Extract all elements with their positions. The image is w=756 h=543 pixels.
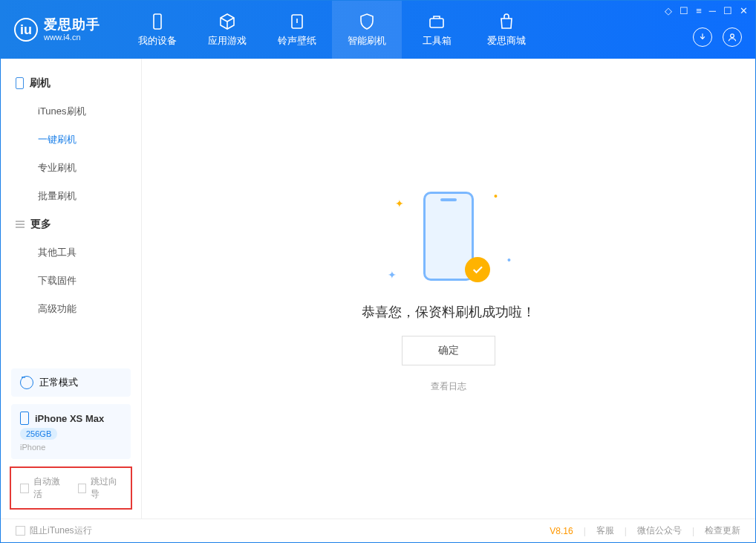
check-update-link[interactable]: 检查更新 <box>705 524 740 537</box>
svg-rect-0 <box>154 14 161 29</box>
device-name: iPhone XS Max <box>35 413 104 424</box>
header-right-buttons <box>693 27 742 47</box>
checkmark-icon <box>465 257 490 282</box>
app-header: iu 爱思助手 www.i4.cn 我的设备 应用游戏 铃声壁纸 智能刷机 工具… <box>1 1 755 59</box>
skip-guide-checkbox[interactable]: 跳过向导 <box>78 475 123 501</box>
music-icon <box>287 12 307 31</box>
menu-icon[interactable]: ≡ <box>696 5 702 16</box>
sidebar-group-more: 更多 <box>1 210 141 238</box>
status-bar: 阻止iTunes运行 V8.16 | 客服 | 微信公众号 | 检查更新 <box>1 518 755 542</box>
phone-outline-icon <box>16 77 24 89</box>
app-url: www.i4.cn <box>44 33 100 42</box>
app-logo: iu 爱思助手 www.i4.cn <box>1 18 114 42</box>
sidebar-item-batch-flash[interactable]: 批量刷机 <box>1 182 141 210</box>
wechat-link[interactable]: 微信公众号 <box>637 524 682 537</box>
svg-point-3 <box>731 34 734 38</box>
toolbox-icon <box>427 12 446 31</box>
mode-label: 正常模式 <box>39 376 78 389</box>
shield-icon <box>357 12 377 31</box>
tab-label: 应用游戏 <box>208 34 247 48</box>
sidebar-group-flash: 刷机 <box>1 69 141 97</box>
bag-icon <box>497 12 516 31</box>
storage-badge: 256GB <box>20 428 57 440</box>
tab-store[interactable]: 爱思商城 <box>472 1 541 59</box>
block-itunes-checkbox[interactable]: 阻止iTunes运行 <box>16 524 92 537</box>
tab-apps[interactable]: 应用游戏 <box>192 1 262 59</box>
device-card[interactable]: iPhone XS Max 256GB iPhone <box>11 404 131 459</box>
close-button[interactable]: ✕ <box>740 5 748 16</box>
download-button[interactable] <box>693 27 712 47</box>
tab-label: 铃声壁纸 <box>278 34 316 48</box>
mode-card[interactable]: 正常模式 <box>11 368 131 397</box>
cube-icon <box>218 12 237 31</box>
app-name: 爱思助手 <box>44 18 100 33</box>
tab-flash[interactable]: 智能刷机 <box>332 1 402 59</box>
sidebar-item-download-firmware[interactable]: 下载固件 <box>1 267 141 295</box>
view-log-link[interactable]: 查看日志 <box>431 380 466 393</box>
maximize-button[interactable]: ☐ <box>723 5 732 16</box>
minimize-button[interactable]: ─ <box>709 5 716 16</box>
svg-rect-2 <box>430 19 443 27</box>
note-icon[interactable]: ☐ <box>680 5 688 16</box>
highlighted-options: 自动激活 跳过向导 <box>10 466 132 510</box>
phone-icon <box>20 412 29 425</box>
sidebar: 刷机 iTunes刷机 一键刷机 专业刷机 批量刷机 更多 其他工具 下载固件 … <box>1 59 142 518</box>
sidebar-item-pro-flash[interactable]: 专业刷机 <box>1 154 141 182</box>
device-type: iPhone <box>20 443 45 452</box>
tab-label: 工具箱 <box>423 34 452 48</box>
success-illustration: ✦•✦• <box>374 184 523 288</box>
list-icon <box>16 221 25 228</box>
window-controls-top: ◇ ☐ ≡ ─ ☐ ✕ <box>665 5 748 16</box>
device-icon <box>148 12 167 31</box>
auto-activate-checkbox[interactable]: 自动激活 <box>20 475 65 501</box>
tab-toolbox[interactable]: 工具箱 <box>402 1 472 59</box>
ok-button[interactable]: 确定 <box>402 336 495 365</box>
support-link[interactable]: 客服 <box>596 524 614 537</box>
tab-ringtone[interactable]: 铃声壁纸 <box>262 1 332 59</box>
user-button[interactable] <box>723 27 742 47</box>
sidebar-item-itunes-flash[interactable]: iTunes刷机 <box>1 97 141 126</box>
tab-label: 爱思商城 <box>487 34 526 48</box>
tab-label: 我的设备 <box>138 34 177 48</box>
logo-icon: iu <box>14 18 38 42</box>
main-tabs: 我的设备 应用游戏 铃声壁纸 智能刷机 工具箱 爱思商城 <box>123 1 541 59</box>
sidebar-item-advanced[interactable]: 高级功能 <box>1 295 141 323</box>
sidebar-item-oneclick-flash[interactable]: 一键刷机 <box>1 126 141 154</box>
version-label: V8.16 <box>550 526 573 536</box>
tab-my-device[interactable]: 我的设备 <box>123 1 192 59</box>
main-content: ✦•✦• 恭喜您，保资料刷机成功啦！ 确定 查看日志 <box>142 59 755 518</box>
tab-label: 智能刷机 <box>348 34 386 48</box>
success-message: 恭喜您，保资料刷机成功啦！ <box>362 303 535 321</box>
sidebar-item-other-tools[interactable]: 其他工具 <box>1 238 141 267</box>
shirt-icon[interactable]: ◇ <box>665 5 672 16</box>
sync-icon <box>20 376 33 389</box>
